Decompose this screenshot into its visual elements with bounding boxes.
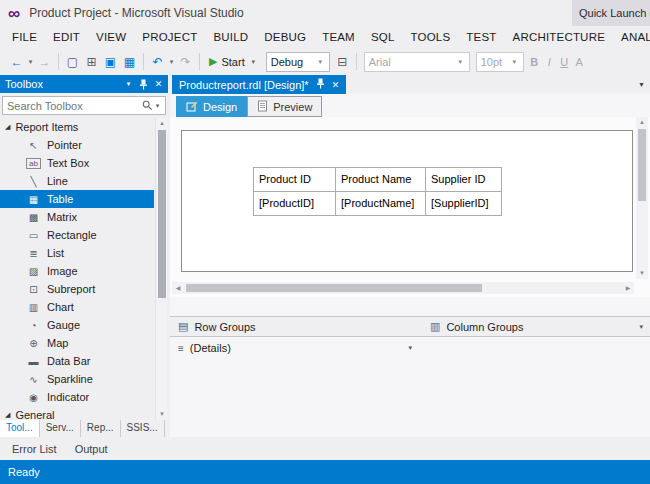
- navigate-forward-icon[interactable]: →: [35, 55, 54, 69]
- table-header-cell[interactable]: Supplier ID: [426, 168, 502, 192]
- canvas-horizontal-scrollbar[interactable]: ◀ ▶: [172, 282, 634, 294]
- save-icon[interactable]: ▣: [101, 55, 120, 69]
- window-position-caret-icon[interactable]: ▾: [121, 75, 136, 93]
- tab-design[interactable]: Design: [176, 96, 247, 117]
- save-all-icon[interactable]: ▦: [120, 55, 139, 69]
- toolbox-item-subreport[interactable]: ⊡ Subreport: [0, 280, 154, 298]
- scroll-down-icon[interactable]: ▼: [156, 409, 168, 420]
- font-color-button[interactable]: A: [572, 56, 587, 68]
- row-group-details-item[interactable]: ≡ (Details) ▾: [170, 339, 420, 357]
- start-play-icon: ▶: [209, 55, 217, 68]
- menu-debug[interactable]: DEBUG: [256, 28, 314, 46]
- close-icon[interactable]: ✕: [151, 75, 166, 93]
- menu-project[interactable]: PROJECT: [134, 28, 205, 46]
- scroll-right-icon[interactable]: ▶: [622, 282, 634, 294]
- report-page[interactable]: Product ID Product Name Supplier ID [Pro…: [181, 130, 633, 272]
- build-icon[interactable]: ⊟: [333, 55, 352, 69]
- grouping-options-caret-icon[interactable]: ▾: [639, 323, 643, 331]
- tab-output[interactable]: Output: [66, 440, 117, 458]
- status-text: Ready: [8, 466, 40, 478]
- solution-configuration-combobox[interactable]: Debug ▾: [266, 52, 330, 72]
- toolbox-item-gauge[interactable]: ◔ Gauge: [0, 316, 154, 334]
- search-input[interactable]: [3, 100, 142, 112]
- tab-preview[interactable]: Preview: [247, 96, 322, 117]
- menu-file[interactable]: FILE: [4, 28, 45, 46]
- quick-launch-box[interactable]: Quick Launch (: [572, 0, 650, 26]
- undo-dropdown-icon[interactable]: ▾: [167, 58, 176, 66]
- scrollbar-thumb[interactable]: [186, 284, 482, 292]
- start-debugging-button[interactable]: ▶ Start ▾: [204, 55, 263, 68]
- toolbox-item-image[interactable]: ▨ Image: [0, 262, 154, 280]
- navigate-back-dropdown-icon[interactable]: ▾: [26, 58, 35, 66]
- toolbox-item-indicator[interactable]: ◉ Indicator: [0, 388, 154, 406]
- menu-analyze[interactable]: ANALYZE: [613, 28, 650, 46]
- font-size-combobox[interactable]: 10pt ▾: [476, 52, 524, 72]
- undo-icon[interactable]: ↶: [148, 55, 167, 69]
- toolbox-item-label: Table: [47, 193, 73, 205]
- add-item-icon[interactable]: ⊞: [82, 55, 101, 69]
- toolbox-item-sparkline[interactable]: ∿ Sparkline: [0, 370, 154, 388]
- toolbox-item-map[interactable]: ⊕ Map: [0, 334, 154, 352]
- scroll-up-icon[interactable]: ▲: [156, 118, 168, 129]
- design-canvas[interactable]: Product ID Product Name Supplier ID [Pro…: [170, 117, 650, 297]
- menu-build[interactable]: BUILD: [205, 28, 256, 46]
- toolbox-scrollbar[interactable]: ▲ ▼: [155, 118, 167, 420]
- menu-edit[interactable]: EDIT: [45, 28, 88, 46]
- scrollbar-thumb[interactable]: [638, 129, 646, 201]
- document-tab-productreport[interactable]: Productreport.rdl [Design]* ✕: [172, 75, 346, 94]
- tab-toolbox[interactable]: Tool...: [0, 420, 40, 437]
- toolbox-item-table[interactable]: ▦ Table: [0, 190, 154, 208]
- tablix-table[interactable]: Product ID Product Name Supplier ID [Pro…: [253, 167, 502, 216]
- menu-tools[interactable]: TOOLS: [403, 28, 459, 46]
- underline-button[interactable]: U: [557, 56, 572, 68]
- details-dropdown-icon[interactable]: ▾: [408, 344, 412, 352]
- pin-icon[interactable]: [136, 75, 151, 93]
- pin-icon[interactable]: [316, 78, 325, 91]
- table-header-cell[interactable]: Product ID: [254, 168, 336, 192]
- toolbox-search-box: ▾: [2, 96, 166, 115]
- tab-report-data[interactable]: Rep...: [81, 420, 121, 437]
- tab-error-list[interactable]: Error List: [3, 440, 66, 458]
- tab-server-explorer[interactable]: Serv...: [40, 420, 81, 437]
- toolbox-item-label: Line: [47, 175, 68, 187]
- new-file-icon[interactable]: ▢: [63, 55, 82, 69]
- search-icon[interactable]: [142, 97, 153, 115]
- toolbox-section-general[interactable]: ◢ General: [0, 406, 154, 420]
- menu-team[interactable]: TEAM: [314, 28, 363, 46]
- scrollbar-thumb[interactable]: [158, 130, 166, 298]
- menu-sql[interactable]: SQL: [363, 28, 403, 46]
- titlebar: ∞ Product Project - Microsoft Visual Stu…: [0, 0, 650, 26]
- tab-ssis[interactable]: SSIS...: [121, 420, 165, 437]
- table-field-cell[interactable]: [ProductName]: [336, 192, 426, 216]
- scroll-up-icon[interactable]: ▲: [636, 117, 648, 128]
- canvas-vertical-scrollbar[interactable]: ▲ ▼: [636, 117, 648, 279]
- table-field-cell[interactable]: [SupplierID]: [426, 192, 502, 216]
- menu-test[interactable]: TEST: [458, 28, 504, 46]
- scroll-down-icon[interactable]: ▼: [636, 268, 648, 279]
- toolbox-item-pointer[interactable]: ↖ Pointer: [0, 136, 154, 154]
- toolbox-item-list[interactable]: ≣ List: [0, 244, 154, 262]
- section-label: Report Items: [15, 121, 78, 133]
- table-field-cell[interactable]: [ProductID]: [254, 192, 336, 216]
- menu-view[interactable]: VIEW: [88, 28, 134, 46]
- toolbox-item-chart[interactable]: ▥ Chart: [0, 298, 154, 316]
- toolbox-item-data-bar[interactable]: ▬ Data Bar: [0, 352, 154, 370]
- toolbox-section-report-items[interactable]: ◢ Report Items: [0, 118, 154, 136]
- toolbox-item-rectangle[interactable]: ▭ Rectangle: [0, 226, 154, 244]
- document-tab-label: Productreport.rdl [Design]*: [179, 79, 309, 91]
- menu-architecture[interactable]: ARCHITECTURE: [505, 28, 614, 46]
- scroll-left-icon[interactable]: ◀: [172, 282, 184, 294]
- navigate-back-icon[interactable]: ←: [7, 55, 26, 69]
- tab-overflow-caret-icon[interactable]: ▼: [638, 81, 645, 88]
- toolbox-item-label: Chart: [47, 301, 74, 313]
- toolbox-item-text-box[interactable]: ab Text Box: [0, 154, 154, 172]
- bold-button[interactable]: B: [527, 56, 542, 68]
- toolbox-item-matrix[interactable]: ▩ Matrix: [0, 208, 154, 226]
- search-options-caret-icon[interactable]: ▾: [153, 102, 162, 110]
- toolbox-item-line[interactable]: ╲ Line: [0, 172, 154, 190]
- redo-icon[interactable]: ↷: [176, 55, 195, 69]
- italic-button[interactable]: I: [542, 56, 557, 68]
- close-icon[interactable]: ✕: [332, 80, 340, 90]
- table-header-cell[interactable]: Product Name: [336, 168, 426, 192]
- font-family-combobox[interactable]: Arial ▾: [364, 52, 470, 72]
